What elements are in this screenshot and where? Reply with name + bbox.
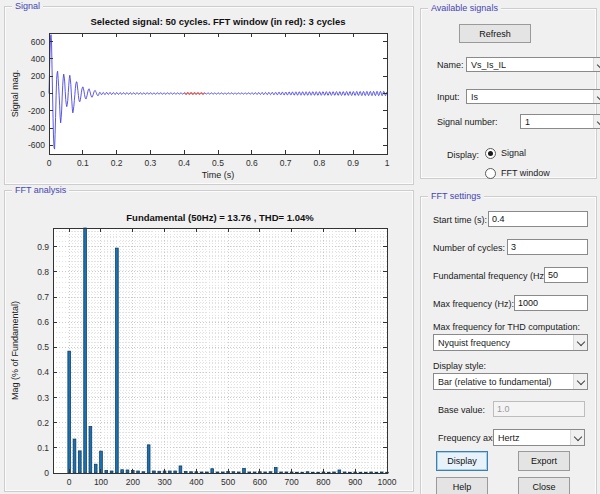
fft-analysis-panel-title: FFT analysis [12,185,69,196]
svg-text:400: 400 [31,54,45,64]
svg-text:900: 900 [348,477,362,487]
svg-text:Time (s): Time (s) [202,170,235,180]
signal-panel-title: Signal [12,1,43,12]
svg-text:100: 100 [94,477,108,487]
cycles-label: Number of cycles: [433,242,505,254]
fft-plot: 0100200300400500600700800900100000.10.20… [5,191,413,491]
signal-plot: 00.10.20.30.40.50.60.70.80.91-600-400-20… [5,7,413,184]
input-dropdown[interactable]: Is [466,89,600,104]
chevron-down-icon [593,115,600,128]
svg-text:0.1: 0.1 [37,443,49,453]
svg-text:0.7: 0.7 [37,292,49,302]
display-signal-radio-label: Signal [501,147,526,159]
svg-text:600: 600 [31,37,45,47]
available-signals-panel-title: Available signals [428,3,501,14]
svg-text:300: 300 [157,477,171,487]
display-fft-window-radio-label: FFT window [501,167,550,179]
svg-text:600: 600 [253,477,267,487]
signal-number-label: Signal number: [437,116,498,128]
svg-text:0.6: 0.6 [246,158,258,168]
signal-panel: Signal 00.10.20.30.40.50.60.70.80.91-600… [4,6,414,185]
svg-text:-200: -200 [28,106,45,116]
chevron-down-icon [593,90,600,103]
fft-settings-panel: FFT settings Start time (s): Number of c… [420,196,597,494]
fft-settings-panel-title: FFT settings [428,191,484,202]
svg-text:400: 400 [189,477,203,487]
display-style-dropdown[interactable]: Bar (relative to fundamental) [433,373,588,390]
max-frequency-thd-dropdown[interactable]: Nyquist frequency [433,334,588,351]
input-dropdown-value: Is [467,92,593,102]
base-value-label: Base value: [438,404,485,416]
fundamental-frequency-label: Fundamental frequency (Hz): [433,270,550,282]
chevron-down-icon [593,58,600,71]
svg-text:-600: -600 [28,140,45,150]
display-signal-radio[interactable]: Signal [485,147,526,159]
frequency-axis-label: Frequency axis: [438,432,502,444]
svg-text:Selected signal: 50 cycles. FF: Selected signal: 50 cycles. FFT window (… [90,16,345,27]
frequency-axis-dropdown[interactable]: Hertz [493,429,585,446]
svg-text:0: 0 [67,477,72,487]
svg-text:0.5: 0.5 [212,158,224,168]
svg-text:0: 0 [44,468,49,478]
display-label: Display: [447,149,479,161]
svg-text:0.7: 0.7 [280,158,292,168]
svg-text:Signal mag.: Signal mag. [10,70,20,118]
svg-text:0.3: 0.3 [144,158,156,168]
svg-text:Mag (% of Fundamental): Mag (% of Fundamental) [10,301,20,400]
chevron-down-icon [573,335,587,350]
name-dropdown[interactable]: Vs_Is_IL [466,57,600,72]
radio-icon[interactable] [485,148,496,159]
chevron-down-icon [570,430,584,445]
svg-text:200: 200 [126,477,140,487]
svg-text:0.2: 0.2 [37,418,49,428]
help-button[interactable]: Help [436,477,488,494]
display-fft-window-radio[interactable]: FFT window [485,167,550,179]
display-button[interactable]: Display [436,451,488,471]
close-button[interactable]: Close [518,477,570,494]
svg-text:700: 700 [285,477,299,487]
powergui-fft-tool: { "panels": { "signal_title": "Signal", … [0,0,600,494]
svg-text:0.3: 0.3 [37,393,49,403]
max-frequency-thd-label: Max frequency for THD computation: [433,321,580,333]
max-frequency-label: Max frequency (Hz): [433,298,514,310]
svg-text:0: 0 [47,158,52,168]
start-time-input[interactable] [488,211,588,227]
svg-text:800: 800 [316,477,330,487]
name-label: Name: [437,59,464,71]
display-style-dropdown-value: Bar (relative to fundamental) [434,377,573,387]
svg-text:1000: 1000 [378,477,397,487]
refresh-button[interactable]: Refresh [459,24,531,43]
svg-text:0.8: 0.8 [313,158,325,168]
svg-text:0.5: 0.5 [37,342,49,352]
fundamental-frequency-input[interactable] [544,267,588,283]
svg-text:0.8: 0.8 [37,267,49,277]
svg-text:0.1: 0.1 [77,158,89,168]
svg-text:0.4: 0.4 [178,158,190,168]
svg-text:Fundamental (50Hz) = 13.76 , T: Fundamental (50Hz) = 13.76 , THD= 1.04% [126,212,314,223]
svg-text:0.9: 0.9 [37,242,49,252]
svg-text:0: 0 [40,89,45,99]
svg-text:1: 1 [385,158,390,168]
svg-text:200: 200 [31,71,45,81]
chevron-down-icon [573,374,587,389]
svg-text:500: 500 [221,477,235,487]
display-style-label: Display style: [433,360,486,372]
fft-analysis-panel: FFT analysis 010020030040050060070080090… [4,190,414,492]
cycles-input[interactable] [507,239,588,255]
svg-text:-400: -400 [28,123,45,133]
signal-number-dropdown-value: 1 [521,117,593,127]
max-frequency-input[interactable] [514,295,588,311]
max-frequency-thd-dropdown-value: Nyquist frequency [434,338,573,348]
svg-text:0.6: 0.6 [37,317,49,327]
input-label: Input: [437,91,460,103]
svg-text:0.2: 0.2 [111,158,123,168]
svg-text:0.4: 0.4 [37,367,49,377]
svg-text:0.9: 0.9 [347,158,359,168]
signal-number-dropdown[interactable]: 1 [520,114,600,129]
base-value-input [493,401,585,417]
start-time-label: Start time (s): [433,214,487,226]
export-button[interactable]: Export [518,451,570,471]
name-dropdown-value: Vs_Is_IL [467,60,593,70]
radio-icon[interactable] [485,168,496,179]
frequency-axis-dropdown-value: Hertz [494,433,570,443]
